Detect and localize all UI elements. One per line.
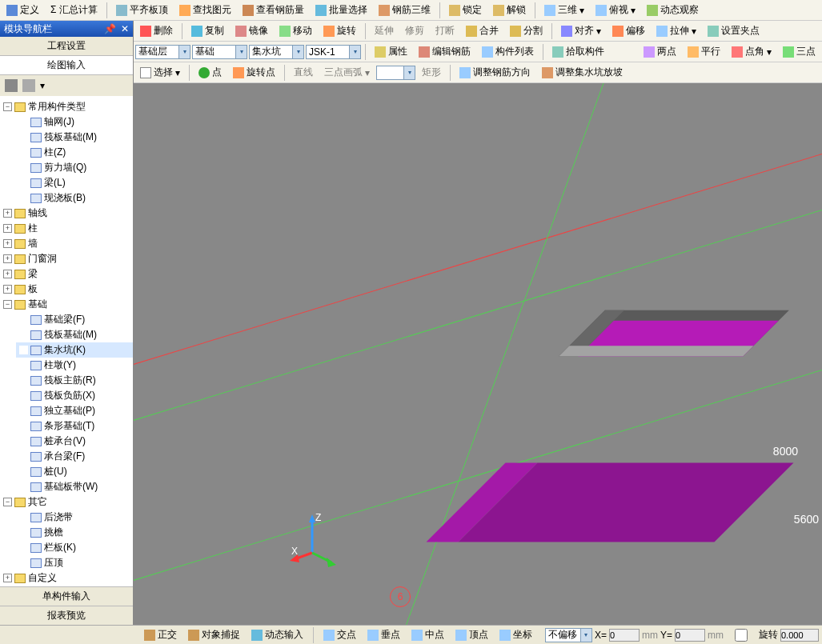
find-element-button[interactable]: 查找图元: [174, 1, 236, 19]
tree-column[interactable]: 柱(Z): [44, 146, 66, 159]
tree-grp-beam[interactable]: 梁: [28, 267, 38, 281]
3d-canvas[interactable]: 8000 5600 6 Z X: [134, 21, 822, 625]
mirror-button[interactable]: 镜像: [231, 22, 273, 40]
tree-f-raft[interactable]: 筏板基础(M): [44, 328, 97, 342]
arc3-button[interactable]: 三点画弧▾: [319, 63, 375, 82]
three-points-button[interactable]: 三点: [778, 42, 820, 61]
expander[interactable]: +: [3, 239, 12, 248]
point-angle-button[interactable]: 点角▾: [727, 42, 776, 61]
align-button[interactable]: 对齐▾: [556, 22, 606, 40]
expander[interactable]: +: [3, 270, 12, 278]
intersection-snap[interactable]: 交点: [319, 626, 360, 643]
perpendicular-snap[interactable]: 垂点: [363, 626, 404, 643]
tree-o-coping[interactable]: 压顶: [44, 556, 63, 570]
edit-rebar-button[interactable]: 编辑钢筋: [414, 42, 475, 61]
expander[interactable]: +: [3, 209, 12, 218]
define-button[interactable]: 定义: [2, 1, 44, 19]
rotate-input[interactable]: [780, 629, 819, 642]
tree-f-sump[interactable]: 集水坑(K): [44, 343, 86, 357]
tree-raft[interactable]: 筏板基础(M): [44, 130, 97, 144]
tree-f-raftneg[interactable]: 筏板负筋(X): [44, 389, 95, 402]
extend-button[interactable]: 延伸: [370, 22, 399, 40]
point-draw-button[interactable]: 点: [194, 63, 227, 82]
tree-o-postpour[interactable]: 后浇带: [44, 510, 73, 524]
apex-snap[interactable]: 顶点: [451, 626, 492, 643]
coord-snap[interactable]: 坐标: [495, 626, 536, 643]
expander[interactable]: +: [3, 574, 12, 582]
tree-o-canopy[interactable]: 挑檐: [44, 526, 63, 539]
split-button[interactable]: 分割: [505, 22, 547, 40]
tree-castslab[interactable]: 现浇板(B): [44, 191, 86, 205]
line-button[interactable]: 直线: [289, 63, 318, 82]
tree-shearwall[interactable]: 剪力墙(Q): [44, 161, 86, 174]
offset-mode-dropdown[interactable]: 不偏移▾: [545, 628, 592, 642]
expander[interactable]: +: [3, 254, 12, 263]
dropdown-icon[interactable]: ▾: [40, 80, 45, 91]
align-slab-top-button[interactable]: 平齐板顶: [111, 1, 173, 19]
select-button[interactable]: 选择▾: [135, 63, 185, 82]
tree-grp-custom[interactable]: 自定义: [28, 571, 57, 585]
close-icon[interactable]: ✕: [121, 23, 129, 34]
dyn-input-toggle[interactable]: 动态输入: [247, 626, 307, 643]
offset-button[interactable]: 偏移: [607, 22, 650, 40]
tree-grp-opening[interactable]: 门窗洞: [28, 252, 57, 266]
copy-button[interactable]: 复制: [186, 22, 229, 40]
tree-grp-axis[interactable]: 轴线: [28, 206, 47, 220]
lock-button[interactable]: 锁定: [444, 1, 487, 19]
tree-grp-slab[interactable]: 板: [28, 282, 38, 296]
x-input[interactable]: [609, 629, 640, 642]
tree-beam[interactable]: 梁(L): [44, 176, 66, 190]
y-input[interactable]: [675, 629, 705, 642]
parallel-button[interactable]: 平行: [683, 42, 725, 61]
expander[interactable]: −: [3, 498, 12, 506]
break-button[interactable]: 打断: [431, 22, 459, 40]
adjust-rebar-dir-button[interactable]: 调整钢筋方向: [455, 63, 535, 82]
unlock-button[interactable]: 解锁: [488, 1, 531, 19]
midpoint-snap[interactable]: 中点: [407, 626, 448, 643]
rebar-3d-button[interactable]: 钢筋三维: [374, 1, 435, 19]
tab-report-preview[interactable]: 报表预览: [0, 606, 133, 625]
osnap-toggle[interactable]: 对象捕捉: [184, 626, 244, 643]
pin-icon[interactable]: 📌: [104, 23, 116, 34]
tree-grp-other[interactable]: 其它: [28, 495, 47, 509]
viewport[interactable]: 删除 复制 镜像 移动 旋转 延伸 修剪 打断 合并 分割 对齐▾ 偏移 拉伸▾…: [134, 21, 822, 625]
tab-single-input[interactable]: 单构件输入: [0, 586, 133, 606]
top-view-button[interactable]: 俯视▾: [591, 1, 640, 19]
tree-root[interactable]: 常用构件类型: [28, 100, 86, 114]
pick-component-button[interactable]: 拾取构件: [547, 42, 609, 61]
tree-f-beam[interactable]: 基础梁(F): [44, 313, 85, 326]
wrench-icon[interactable]: [5, 79, 18, 92]
orbit-button[interactable]: 动态观察: [642, 1, 704, 19]
rotate-point-button[interactable]: 旋转点: [228, 63, 280, 82]
trim-button[interactable]: 修剪: [400, 22, 429, 40]
name-dropdown[interactable]: JSK-1▾: [306, 45, 361, 59]
tree-grp-foundation[interactable]: 基础: [28, 298, 47, 311]
tree-f-pier[interactable]: 柱墩(Y): [44, 358, 76, 372]
tree-f-slabband[interactable]: 基础板带(W): [44, 480, 98, 494]
tree-axis-grid[interactable]: 轴网(J): [44, 115, 74, 129]
hammer-icon[interactable]: [22, 79, 35, 92]
expander[interactable]: −: [3, 102, 12, 111]
setgrip-button[interactable]: 设置夹点: [703, 22, 764, 40]
tree-f-capbeam[interactable]: 承台梁(F): [44, 450, 85, 463]
subtype-dropdown[interactable]: 集水坑▾: [249, 45, 304, 59]
expander[interactable]: +: [3, 224, 12, 233]
tree-o-parapet[interactable]: 栏板(K): [44, 541, 76, 554]
adjust-pit-slope-button[interactable]: 调整集水坑放坡: [537, 63, 628, 82]
tree-f-cap[interactable]: 桩承台(V): [44, 434, 86, 448]
tree-f-strip[interactable]: 条形基础(T): [44, 419, 94, 433]
rotate-button[interactable]: 旋转: [319, 22, 361, 40]
expander[interactable]: −: [3, 300, 12, 309]
tree-f-indep[interactable]: 独立基础(P): [44, 404, 95, 418]
stretch-button[interactable]: 拉伸▾: [652, 22, 701, 40]
move-button[interactable]: 移动: [275, 22, 317, 40]
rect-button[interactable]: 矩形: [417, 63, 446, 82]
merge-button[interactable]: 合并: [461, 22, 503, 40]
batch-select-button[interactable]: 批量选择: [311, 1, 372, 19]
tree-grp-column[interactable]: 柱: [28, 222, 38, 235]
sum-calc-button[interactable]: Σ 汇总计算: [46, 1, 102, 19]
ortho-toggle[interactable]: 正交: [140, 626, 181, 643]
3d-view-button[interactable]: 三维▾: [539, 1, 589, 19]
rotate-checkbox[interactable]: [726, 629, 756, 642]
tree-f-pile[interactable]: 桩(U): [44, 465, 67, 478]
